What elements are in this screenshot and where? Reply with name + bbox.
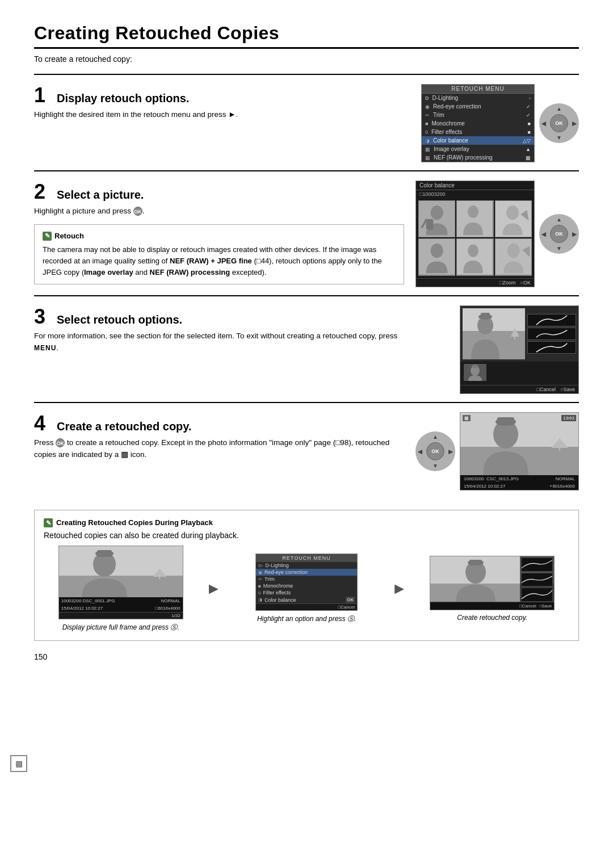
bottom-note-title: Creating Retouched Copies During Playbac… [44, 518, 569, 527]
step-4-content: 4 Create a retouched copy. Press OK to c… [34, 412, 415, 461]
ok-button-4[interactable]: OK [426, 442, 444, 460]
histogram-main [460, 306, 578, 362]
cancel-label: □Cancel [537, 387, 556, 392]
playback-step-2: RETOUCH MENU D▫ D-Lighting ◉ Red-eye cor… [229, 553, 384, 624]
ok-icon-inline-4: OK [56, 438, 65, 447]
menu-item-nef: ▦ NEF (RAW) processing ▩ [422, 153, 534, 162]
playback-date: 15/04/2012 10:02:27 [464, 484, 505, 489]
arrow-right: ▶ [572, 120, 577, 127]
save-label: ○Save [560, 387, 575, 392]
step-4-section: 4 Create a retouched copy. Press OK to c… [34, 402, 579, 498]
arrow-between-1-2: ► [206, 580, 222, 598]
ok-controller-step1: ▲ ▼ ◀ ▶ OK [539, 103, 579, 143]
photo-thumb-1 [418, 200, 455, 237]
mini-hist-charts [520, 556, 554, 602]
playback-photo: 13/63 ▩ [460, 413, 578, 475]
playback-dimensions: ∘6016x4000 [549, 484, 575, 489]
color-balance-header: Color balance [416, 181, 534, 190]
step-1-content: 1 Display retouch options. Highlight the… [34, 84, 421, 121]
svg-rect-44 [159, 569, 160, 579]
step-3-title: Select retouch options. [57, 313, 182, 326]
mini-menu-footer: □Cancel [256, 603, 357, 610]
playback-info-bar: 10003200 CSC_0013.JPG NORMAL [460, 475, 578, 483]
svg-point-28 [472, 364, 478, 368]
mini-hist-bar-2 [521, 573, 553, 586]
mini-info-quality: NORMAL [161, 598, 180, 603]
bottom-note-section: Creating Retouched Copies During Playbac… [34, 510, 579, 641]
photo-thumb-6 [495, 238, 532, 275]
menu-item-imageoverlay: ▩ Image overlay ▲ [422, 145, 534, 153]
histogram-display: □Cancel ○Save [460, 305, 579, 394]
step-4-body: Press OK to create a retouched copy. Exc… [34, 437, 404, 461]
retouch-icon-badge: ▩ [463, 415, 471, 421]
page-title: Creating Retouched Copies [34, 23, 579, 49]
playback-date-bar: 15/04/2012 10:02:27 ∘6016x4000 [460, 483, 578, 490]
step-4-title: Create a retouched copy. [57, 420, 191, 433]
step-2-title: Select a picture. [57, 188, 144, 202]
svg-point-6 [506, 206, 519, 220]
arrow-right-4: ▶ [448, 448, 453, 454]
svg-rect-42 [97, 550, 112, 557]
playback-step-3: □Cancel ○Save Create retouched copy. [415, 556, 569, 622]
playback-steps-container: 10003200 DSC_0001.JPG NORMAL 15/04/2012 … [44, 546, 569, 632]
svg-rect-53 [522, 559, 552, 570]
mini-mi-dlighting: D▫ D-Lighting [256, 562, 357, 569]
menu-item-filter: 0 Filter effects ■ [422, 128, 534, 136]
svg-rect-38 [59, 546, 183, 577]
ok-button-2[interactable]: OK [550, 225, 568, 243]
photo-thumb-4 [418, 238, 455, 275]
mini-menu-header: RETOUCH MENU [256, 554, 357, 562]
step-2-heading: 2 Select a picture. [34, 181, 404, 202]
svg-rect-34 [497, 417, 514, 425]
mini-info-filename: 10003200 DSC_0001.JPG [61, 598, 115, 603]
ok-button[interactable]: OK [550, 114, 568, 132]
mini-mi-colorbalance: ◑ Color balance OK [256, 596, 357, 603]
svg-point-13 [507, 244, 519, 258]
color-balance-footer: □Zoom ○OK [416, 278, 534, 287]
svg-rect-22 [514, 328, 515, 339]
menu-item-redeye: ◉ Red-eye correction ✓ [422, 102, 534, 111]
retouch-menu-display: RETOUCH MENU D D-Lighting ▫ ◉ Red-eye co… [421, 84, 535, 162]
histogram-footer: □Cancel ○Save [460, 385, 578, 393]
folder-label: □10003200 [416, 190, 534, 198]
menu-label-inline: MENU [34, 344, 56, 352]
arrow-down: ▼ [556, 135, 562, 141]
playback-display: 13/63 ▩ 10003200 CSC_0013.JPG NORMAL 15/… [460, 412, 579, 490]
step-3-screen: □Cancel ○Save [431, 305, 579, 394]
photo-thumb-5 [456, 238, 493, 275]
menu-item-colorbalance: ◑ Color balance △▽ [422, 136, 534, 145]
step-1-screen: RETOUCH MENU D D-Lighting ▫ ◉ Red-eye co… [421, 84, 579, 162]
note-title: Retouch [43, 230, 396, 242]
arrow-up-4: ▲ [433, 434, 438, 440]
mini-screen-info-date: 15/04/2012 10:02:27 □6016x4000 [59, 605, 183, 612]
photo-thumb-2 [456, 200, 493, 237]
bottom-note-title-text: Creating Retouched Copies During Playbac… [56, 518, 213, 527]
photo-grid [416, 198, 534, 278]
arrow-up-2: ▲ [556, 216, 562, 223]
svg-rect-54 [522, 574, 552, 585]
margin-retouch-icon: ▩ [10, 755, 27, 772]
step-4-screen: ▲ ▼ ◀ ▶ OK [415, 412, 579, 490]
svg-point-4 [468, 206, 478, 218]
step-2-body: Highlight a picture and press OK. [34, 206, 404, 217]
arrow-down-4: ▼ [433, 463, 438, 469]
step-3-number: 3 [34, 307, 45, 327]
mini-info-dims: □6016x4000 [155, 606, 180, 611]
page-number: 150 [34, 652, 579, 661]
svg-point-11 [468, 245, 478, 257]
playback-quality: NORMAL [556, 476, 575, 481]
mini-screen-info-1: 10003200 DSC_0001.JPG NORMAL [59, 597, 183, 605]
step-3-section: 3 Select retouch options. For more infor… [34, 295, 579, 402]
step-1-number: 1 [34, 85, 45, 106]
step-1-title: Display retouch options. [57, 92, 189, 105]
step-1-heading: 1 Display retouch options. [34, 84, 410, 106]
step-4-heading: 4 Create a retouched copy. [34, 412, 404, 434]
ok-controller-step2: ▲ ▼ ◀ ▶ OK [539, 214, 579, 254]
step-3-content: 3 Select retouch options. For more infor… [34, 305, 431, 354]
arrow-up: ▲ [556, 106, 562, 112]
svg-point-9 [431, 244, 443, 258]
ok-label: ○OK [520, 280, 531, 286]
histogram-photo [463, 308, 525, 359]
mini-screen-photo-1 [59, 546, 183, 597]
svg-point-1 [431, 206, 443, 220]
